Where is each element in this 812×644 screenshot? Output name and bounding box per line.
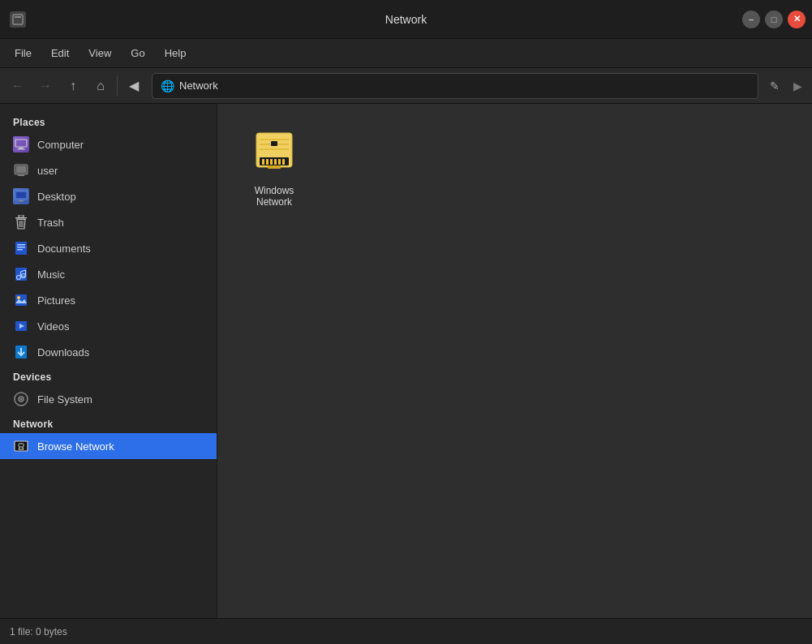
sidebar-label-documents: Documents <box>37 243 91 255</box>
titlebar: Network – □ ✕ <box>0 0 812 39</box>
svg-rect-43 <box>262 159 264 165</box>
sidebar-item-filesystem[interactable]: File System <box>0 386 217 412</box>
trash-icon <box>13 214 29 230</box>
sidebar-item-music[interactable]: Music <box>0 261 217 287</box>
forward-button[interactable]: → <box>32 73 58 99</box>
svg-rect-44 <box>266 159 269 165</box>
computer-icon <box>13 136 29 152</box>
sidebar-item-user[interactable]: user <box>0 157 217 183</box>
sidebar-item-documents[interactable]: Documents <box>0 235 217 261</box>
menu-file[interactable]: File <box>6 44 40 62</box>
user-icon <box>13 162 29 178</box>
menubar: File Edit View Go Help <box>0 39 812 68</box>
videos-icon <box>13 318 29 334</box>
svg-rect-6 <box>16 166 26 173</box>
svg-rect-0 <box>13 15 23 24</box>
svg-rect-19 <box>17 249 23 251</box>
svg-rect-47 <box>278 159 281 165</box>
sidebar-item-downloads[interactable]: Downloads <box>0 339 217 365</box>
window-controls: – □ ✕ <box>742 11 806 28</box>
windows-network-icon <box>248 127 300 178</box>
toolbar-separator <box>117 76 118 96</box>
location-globe-icon: 🌐 <box>161 79 174 92</box>
edit-location-button[interactable]: ✎ <box>763 75 786 97</box>
up-button[interactable]: ↑ <box>60 73 86 99</box>
prev-nav-button[interactable]: ◀ <box>121 73 147 99</box>
sidebar-label-user: user <box>37 165 58 177</box>
sidebar: Places Computer user <box>0 104 217 618</box>
sidebar-item-trash[interactable]: Trash <box>0 209 217 235</box>
sidebar-item-browse-network[interactable]: Browse Network <box>0 433 217 459</box>
location-text: Network <box>179 79 218 92</box>
svg-rect-49 <box>268 165 281 169</box>
sidebar-label-browse-network: Browse Network <box>37 440 114 453</box>
svg-point-35 <box>20 398 23 401</box>
svg-rect-9 <box>16 192 26 198</box>
svg-rect-45 <box>270 159 273 165</box>
sidebar-label-videos: Videos <box>37 320 70 333</box>
sidebar-label-pictures: Pictures <box>37 294 75 307</box>
menu-help[interactable]: Help <box>157 44 195 62</box>
music-icon <box>13 266 29 282</box>
svg-rect-17 <box>17 244 25 246</box>
sidebar-item-computer[interactable]: Computer <box>0 131 217 157</box>
sidebar-label-desktop: Desktop <box>37 191 76 203</box>
back-button[interactable]: ← <box>5 73 31 99</box>
svg-rect-2 <box>15 140 27 147</box>
maximize-button[interactable]: □ <box>765 11 783 28</box>
browse-network-icon <box>13 438 29 454</box>
next-nav-button[interactable]: ▶ <box>788 73 807 99</box>
sidebar-label-computer: Computer <box>37 139 84 151</box>
app-icon <box>10 11 26 28</box>
sidebar-item-pictures[interactable]: Pictures <box>0 287 217 313</box>
svg-rect-16 <box>15 242 27 255</box>
devices-header: Devices <box>0 365 217 386</box>
toolbar: ← → ↑ ⌂ ◀ 🌐 Network ✎ ▶ <box>0 68 812 104</box>
svg-rect-48 <box>282 159 285 165</box>
documents-icon <box>13 240 29 256</box>
location-bar: 🌐 Network <box>152 73 758 99</box>
svg-rect-7 <box>18 175 24 177</box>
statusbar-text: 1 file: 0 bytes <box>10 626 67 638</box>
svg-rect-3 <box>19 148 24 149</box>
main-layout: Places Computer user <box>0 104 812 618</box>
places-header: Places <box>0 110 217 131</box>
menu-view[interactable]: View <box>80 44 119 62</box>
svg-rect-53 <box>271 141 277 146</box>
windows-network-label: Windows Network <box>240 185 308 208</box>
downloads-icon <box>13 344 29 360</box>
desktop-icon <box>13 188 29 204</box>
sidebar-label-trash: Trash <box>37 217 64 229</box>
svg-rect-4 <box>17 149 25 150</box>
svg-rect-10 <box>19 200 24 202</box>
filesystem-icon <box>13 391 29 407</box>
network-header: Network <box>0 412 217 433</box>
svg-rect-18 <box>17 247 25 248</box>
close-button[interactable]: ✕ <box>788 11 806 28</box>
menu-edit[interactable]: Edit <box>43 44 77 62</box>
svg-rect-11 <box>19 215 24 217</box>
sidebar-item-desktop[interactable]: Desktop <box>0 183 217 209</box>
sidebar-item-videos[interactable]: Videos <box>0 313 217 339</box>
svg-rect-46 <box>274 159 277 165</box>
minimize-button[interactable]: – <box>742 11 760 28</box>
svg-rect-27 <box>15 294 27 306</box>
pictures-icon <box>13 292 29 308</box>
svg-rect-12 <box>15 217 27 219</box>
home-button[interactable]: ⌂ <box>88 73 114 99</box>
statusbar: 1 file: 0 bytes <box>0 618 812 644</box>
file-item-windows-network[interactable]: Windows Network <box>234 120 315 214</box>
svg-rect-37 <box>19 444 24 447</box>
svg-rect-1 <box>15 16 21 18</box>
sidebar-label-music: Music <box>37 268 65 281</box>
sidebar-label-downloads: Downloads <box>37 346 89 358</box>
menu-go[interactable]: Go <box>122 44 153 62</box>
window-title: Network <box>385 13 427 26</box>
sidebar-label-filesystem: File System <box>37 393 92 406</box>
svg-point-28 <box>17 296 20 299</box>
content-area: Windows Network <box>217 104 812 618</box>
